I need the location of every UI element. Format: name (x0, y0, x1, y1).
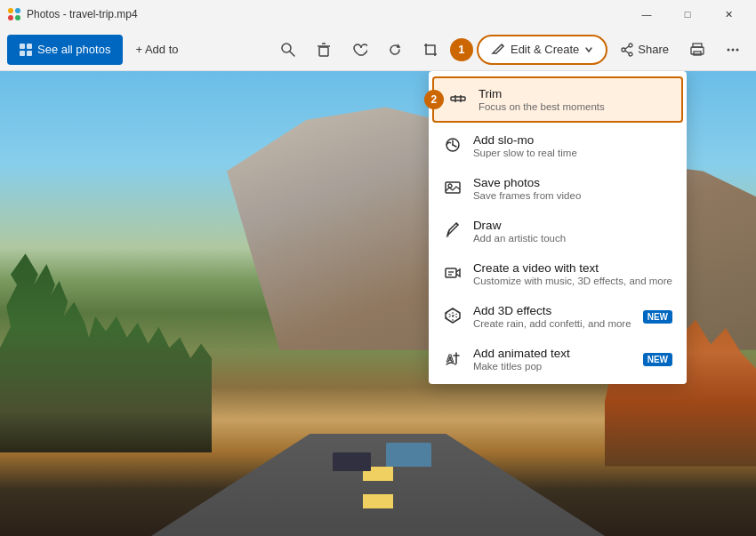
svg-point-23 (732, 48, 735, 51)
main-content: 2 Trim Focus on the best moments (0, 71, 756, 536)
trim-menu-item[interactable]: 2 Trim Focus on the best moments (432, 76, 683, 123)
video-text-title: Create a video with text (473, 261, 672, 275)
photos-app-icon (7, 7, 21, 21)
svg-point-30 (448, 184, 452, 188)
3d-effects-menu-item[interactable]: Add 3D effects Create rain, add confetti… (429, 295, 687, 338)
save-photos-text: Save photos Save frames from video (473, 176, 672, 201)
zoom-icon (280, 42, 296, 58)
save-photos-menu-item[interactable]: Save photos Save frames from video (429, 167, 687, 210)
3d-effects-subtitle: Create rain, add confetti, and more (473, 318, 632, 329)
3d-effects-icon (443, 306, 462, 325)
save-photos-subtitle: Save frames from video (473, 190, 672, 201)
svg-rect-20 (691, 47, 704, 54)
edit-create-icon (491, 43, 505, 57)
svg-rect-21 (694, 52, 701, 55)
svg-line-17 (625, 46, 629, 49)
animated-text-subtitle: Make titles pop (473, 361, 632, 372)
save-photos-icon (443, 178, 462, 197)
zoom-button[interactable] (272, 34, 304, 66)
photos-grid-icon (20, 44, 32, 56)
animated-text-icon: A (443, 348, 462, 368)
svg-point-2 (8, 15, 13, 20)
vehicle-1 (386, 443, 431, 466)
svg-text:A: A (446, 353, 454, 364)
window-title: Photos - travel-trip.mp4 (27, 8, 138, 20)
step-1-badge: 1 (450, 38, 473, 61)
favorite-button[interactable] (343, 34, 375, 66)
svg-rect-7 (27, 51, 32, 56)
slo-mo-title: Add slo-mo (473, 133, 672, 147)
animated-text-title: Add animated text (473, 347, 632, 360)
more-dots-icon (725, 42, 741, 58)
video-text-subtitle: Customize with music, 3D effects, and mo… (473, 276, 672, 286)
trim-title: Trim (479, 87, 667, 100)
draw-menu-item[interactable]: Draw Add an artistic touch (429, 210, 687, 252)
animated-text-text: Add animated text Make titles pop (473, 347, 632, 372)
3d-effects-new-badge: NEW (643, 310, 672, 324)
title-bar-left: Photos - travel-trip.mp4 (7, 7, 138, 21)
video-text-menu-item[interactable]: Create a video with text Customize with … (429, 252, 687, 295)
animated-text-new-badge: NEW (643, 353, 672, 366)
see-all-photos-button[interactable]: See all photos (7, 35, 123, 65)
close-button[interactable]: ✕ (708, 0, 749, 28)
svg-point-3 (15, 15, 20, 20)
svg-rect-31 (446, 268, 456, 277)
svg-point-16 (629, 52, 632, 56)
edit-create-dropdown: 2 Trim Focus on the best moments (429, 71, 687, 384)
see-all-photos-label: See all photos (37, 43, 110, 56)
draw-title: Draw (473, 219, 672, 232)
slo-mo-icon (443, 135, 462, 155)
print-icon (689, 42, 705, 58)
draw-subtitle: Add an artistic touch (473, 233, 672, 244)
title-bar: Photos - travel-trip.mp4 — □ ✕ (0, 0, 756, 28)
delete-icon (316, 42, 332, 58)
svg-point-1 (15, 8, 20, 13)
crop-button[interactable] (414, 34, 446, 66)
draw-text: Draw Add an artistic touch (473, 219, 672, 244)
3d-effects-text: Add 3D effects Create rain, add confetti… (473, 304, 632, 329)
crop-icon (422, 42, 438, 58)
svg-point-22 (728, 48, 730, 51)
print-button[interactable] (681, 34, 713, 66)
maximize-button[interactable]: □ (667, 0, 708, 28)
animated-text-menu-item[interactable]: A Add animated text Make titles pop NEW (429, 338, 687, 380)
edit-create-button[interactable]: Edit & Create (477, 35, 607, 65)
minimize-button[interactable]: — (626, 0, 667, 28)
add-to-button[interactable]: + Add to (126, 35, 187, 65)
road-center-line (363, 467, 393, 513)
rotate-button[interactable] (379, 34, 411, 66)
toolbar: See all photos + Add to 1 (0, 28, 756, 71)
slo-mo-text: Add slo-mo Super slow to real time (473, 133, 672, 158)
svg-rect-6 (20, 51, 25, 56)
svg-rect-5 (27, 44, 32, 49)
draw-icon (443, 220, 462, 240)
slo-mo-menu-item[interactable]: Add slo-mo Super slow to real time (429, 124, 687, 167)
svg-rect-25 (451, 97, 465, 100)
svg-point-15 (622, 48, 625, 52)
step-2-badge: 2 (424, 90, 444, 109)
edit-create-label: Edit & Create (511, 43, 579, 56)
svg-rect-4 (20, 44, 25, 49)
svg-point-0 (8, 8, 13, 13)
more-button[interactable] (717, 34, 749, 66)
rotate-icon (387, 42, 403, 58)
heart-icon (351, 42, 367, 58)
trim-subtitle: Focus on the best moments (479, 101, 667, 112)
svg-line-13 (502, 44, 503, 46)
share-label: Share (638, 43, 669, 56)
delete-button[interactable] (308, 34, 340, 66)
share-icon (620, 43, 634, 57)
svg-line-9 (290, 52, 294, 56)
trim-icon (448, 89, 468, 108)
trees-left (0, 244, 212, 452)
svg-line-18 (625, 51, 629, 53)
svg-point-24 (736, 48, 739, 51)
save-photos-title: Save photos (473, 176, 672, 189)
video-text-text: Create a video with text Customize with … (473, 261, 672, 286)
3d-effects-title: Add 3D effects (473, 304, 632, 317)
vehicle-2 (333, 452, 371, 471)
slo-mo-subtitle: Super slow to real time (473, 148, 672, 158)
share-button[interactable]: Share (611, 35, 678, 65)
chevron-down-icon (584, 45, 593, 54)
add-to-label: + Add to (135, 43, 178, 56)
